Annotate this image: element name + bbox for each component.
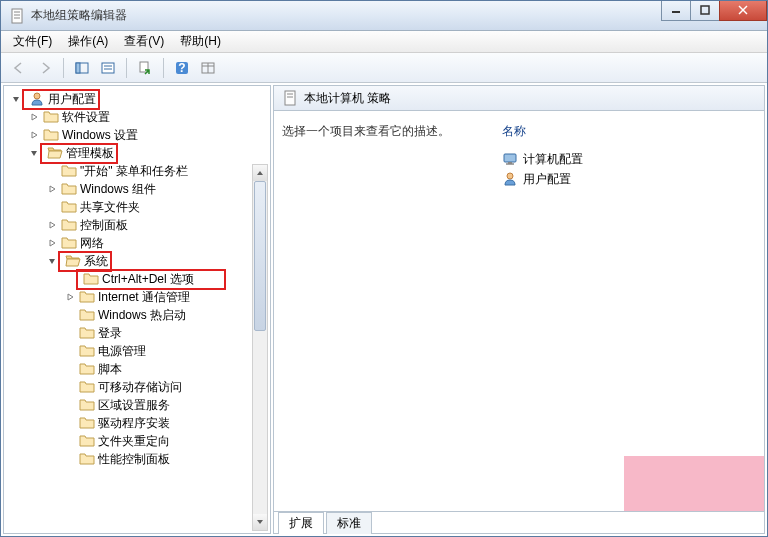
tree-logon[interactable]: 登录 — [4, 324, 270, 342]
folder-icon — [79, 307, 95, 323]
tree-node-label: 性能控制面板 — [98, 451, 170, 468]
computer-icon — [502, 151, 518, 167]
expander-open-icon[interactable] — [10, 93, 22, 105]
folder-icon — [79, 361, 95, 377]
titlebar[interactable]: 本地组策略编辑器 — [1, 1, 767, 31]
expander-none — [46, 165, 58, 177]
menu-help[interactable]: 帮助(H) — [172, 31, 229, 52]
separator — [126, 58, 127, 78]
tree-removable-storage[interactable]: 可移动存储访问 — [4, 378, 270, 396]
list-item-user[interactable]: 用户配置 — [502, 170, 756, 188]
folder-icon — [61, 235, 77, 251]
tree-windows-hotstart[interactable]: Windows 热启动 — [4, 306, 270, 324]
filter-button[interactable] — [196, 56, 220, 80]
folder-icon — [79, 415, 95, 431]
tab-standard[interactable]: 标准 — [326, 512, 372, 534]
maximize-button[interactable] — [690, 1, 720, 21]
tree-panel[interactable]: 用户配置软件设置Windows 设置管理模板"开始" 菜单和任务栏Windows… — [3, 85, 271, 534]
right-body: 选择一个项目来查看它的描述。 名称 计算机配置 用户配置 — [273, 111, 765, 512]
svg-rect-0 — [12, 9, 22, 23]
scroll-thumb[interactable] — [254, 181, 266, 331]
expander-open-icon[interactable] — [46, 255, 58, 267]
folder-icon — [79, 289, 95, 305]
tree-node-label: 登录 — [98, 325, 122, 342]
show-hide-tree-button[interactable] — [70, 56, 94, 80]
tree-driver-install[interactable]: 驱动程序安装 — [4, 414, 270, 432]
tree-shared-folders[interactable]: 共享文件夹 — [4, 198, 270, 216]
right-panel: 本地计算机 策略 选择一个项目来查看它的描述。 名称 计算机配置 用户配置 — [273, 85, 765, 534]
tree-node-label: 软件设置 — [62, 109, 110, 126]
tree-windows-settings[interactable]: Windows 设置 — [4, 126, 270, 144]
expander-none — [64, 345, 76, 357]
tree-folder-redirect[interactable]: 文件夹重定向 — [4, 432, 270, 450]
tab-extended[interactable]: 扩展 — [278, 512, 324, 534]
svg-rect-23 — [504, 154, 516, 162]
highlight-box: Ctrl+Alt+Del 选项 — [76, 269, 226, 290]
svg-point-19 — [34, 93, 40, 99]
expander-closed-icon[interactable] — [46, 237, 58, 249]
panel-icon — [74, 60, 90, 76]
tree-scripts[interactable]: 脚本 — [4, 360, 270, 378]
tree-node-label: 网络 — [80, 235, 104, 252]
tree-power-mgmt[interactable]: 电源管理 — [4, 342, 270, 360]
back-button[interactable] — [7, 56, 31, 80]
forward-button[interactable] — [33, 56, 57, 80]
tree-network[interactable]: 网络 — [4, 234, 270, 252]
highlight-box: 管理模板 — [40, 143, 118, 164]
svg-point-26 — [507, 173, 513, 179]
menu-view[interactable]: 查看(V) — [116, 31, 172, 52]
tree-internet-comm[interactable]: Internet 通信管理 — [4, 288, 270, 306]
menubar: 文件(F) 操作(A) 查看(V) 帮助(H) — [1, 31, 767, 53]
svg-rect-20 — [285, 91, 295, 105]
tree-node-label: Windows 设置 — [62, 127, 138, 144]
folder-icon — [79, 397, 95, 413]
tree-control-panel[interactable]: 控制面板 — [4, 216, 270, 234]
scroll-up-button[interactable] — [253, 165, 267, 181]
tree-system[interactable]: 系统 — [4, 252, 270, 270]
tree-admin-templates[interactable]: 管理模板 — [4, 144, 270, 162]
tabs: 扩展 标准 — [273, 512, 765, 534]
expander-closed-icon[interactable] — [28, 129, 40, 141]
list-item-label: 用户配置 — [523, 171, 571, 188]
help-button[interactable]: ? — [170, 56, 194, 80]
tree-user-config[interactable]: 用户配置 — [4, 90, 270, 108]
expander-closed-icon[interactable] — [46, 219, 58, 231]
expander-none — [64, 435, 76, 447]
tree-start-menu[interactable]: "开始" 菜单和任务栏 — [4, 162, 270, 180]
expander-closed-icon[interactable] — [46, 183, 58, 195]
tree-software-settings[interactable]: 软件设置 — [4, 108, 270, 126]
column-header-name[interactable]: 名称 — [502, 123, 756, 140]
user-icon — [29, 91, 45, 107]
menu-action[interactable]: 操作(A) — [60, 31, 116, 52]
expander-none — [64, 273, 76, 285]
svg-rect-5 — [701, 6, 709, 14]
folder-icon — [79, 379, 95, 395]
content-area: 用户配置软件设置Windows 设置管理模板"开始" 菜单和任务栏Windows… — [1, 83, 767, 536]
tree-node-label: "开始" 菜单和任务栏 — [80, 163, 188, 180]
minimize-button[interactable] — [661, 1, 691, 21]
svg-text:?: ? — [178, 61, 185, 75]
scroll-track[interactable] — [253, 181, 267, 514]
scrollbar[interactable] — [252, 164, 268, 531]
list-item-computer[interactable]: 计算机配置 — [502, 150, 756, 168]
scroll-down-button[interactable] — [253, 514, 267, 530]
document-icon — [9, 8, 25, 24]
tree-node-label: Ctrl+Alt+Del 选项 — [102, 271, 194, 288]
folder-icon — [79, 325, 95, 341]
folder-icon — [43, 109, 59, 125]
tree-locale-services[interactable]: 区域设置服务 — [4, 396, 270, 414]
expander-none — [64, 309, 76, 321]
expander-closed-icon[interactable] — [28, 111, 40, 123]
tree-windows-components[interactable]: Windows 组件 — [4, 180, 270, 198]
tree-node-label: 控制面板 — [80, 217, 128, 234]
folder-icon — [61, 181, 77, 197]
close-button[interactable] — [719, 1, 767, 21]
menu-file[interactable]: 文件(F) — [5, 31, 60, 52]
tree-perf-cp[interactable]: 性能控制面板 — [4, 450, 270, 468]
properties-button[interactable] — [96, 56, 120, 80]
tree-ctrl-alt-del[interactable]: Ctrl+Alt+Del 选项 — [4, 270, 270, 288]
expander-open-icon[interactable] — [28, 147, 40, 159]
export-button[interactable] — [133, 56, 157, 80]
expander-closed-icon[interactable] — [64, 291, 76, 303]
expander-none — [64, 381, 76, 393]
